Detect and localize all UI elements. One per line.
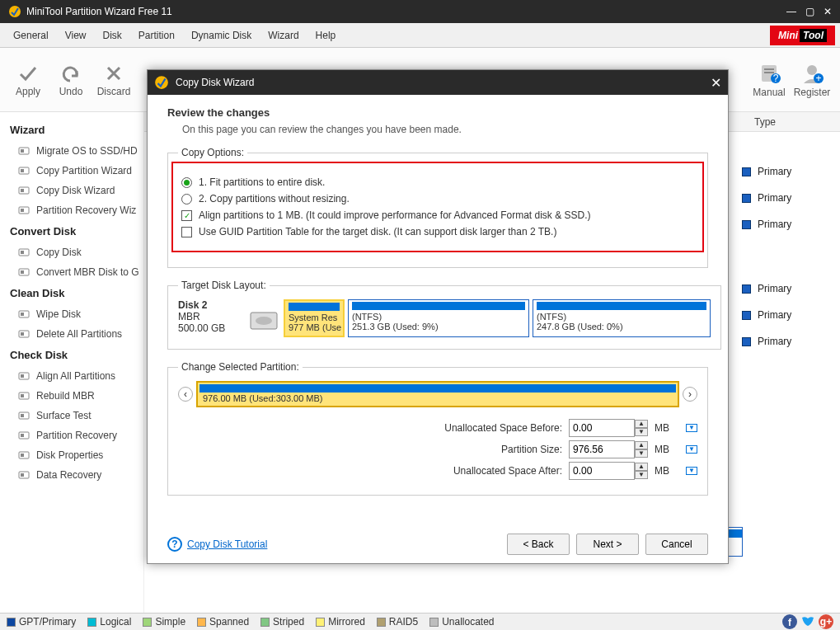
menu-disk[interactable]: Disk	[95, 25, 130, 46]
table-row[interactable]: Primary	[742, 158, 840, 185]
sidebar-item[interactable]: Partition Recovery	[3, 425, 140, 445]
after-input[interactable]	[569, 462, 635, 480]
sidebar-item[interactable]: Align All Partitions	[3, 366, 140, 386]
type-label: Primary	[758, 309, 807, 321]
legend-swatch-icon	[197, 618, 206, 627]
type-label: Primary	[758, 192, 807, 204]
spin-up-icon[interactable]: ▲	[635, 441, 648, 449]
sidebar-item[interactable]: Convert MBR Disk to G	[3, 262, 140, 282]
legend-item: Simple	[143, 616, 185, 628]
checkbox-icon	[181, 227, 192, 237]
back-button[interactable]: < Back	[507, 534, 570, 555]
close-icon[interactable]: ✕	[819, 2, 837, 21]
menu-wizard[interactable]: Wizard	[260, 25, 307, 46]
sidebar-item[interactable]: Copy Disk Wizard	[3, 181, 140, 200]
discard-button[interactable]: Discard	[92, 63, 135, 97]
apply-button[interactable]: Apply	[7, 63, 49, 97]
sidebar-item[interactable]: Data Recovery	[3, 465, 140, 485]
sidebar-item[interactable]: Disk Properties	[3, 445, 140, 465]
sidebar-item-label: Copy Partition Wizard	[36, 165, 132, 176]
register-label: Register	[794, 87, 831, 98]
dialog-title: Copy Disk Wizard	[176, 77, 254, 88]
title-bar: MiniTool Partition Wizard Free 11 — ▢ ✕	[0, 0, 840, 23]
layout-part-3[interactable]: (NTFS)247.8 GB (Used: 0%)	[533, 299, 711, 337]
table-row[interactable]: Primary	[742, 302, 840, 328]
legend-item: Logical	[87, 616, 131, 628]
sidebar-item-label: Copy Disk	[36, 247, 82, 258]
sidebar-item[interactable]: Copy Partition Wizard	[3, 161, 140, 181]
layout-part-1[interactable]: System Res977 MB (Use	[284, 299, 345, 337]
after-unit: MB	[655, 465, 679, 477]
twitter-icon[interactable]	[800, 614, 815, 629]
sidebar-item[interactable]: Wipe Disk	[3, 304, 140, 324]
sidebar-item-label: Copy Disk Wizard	[36, 185, 115, 196]
before-input[interactable]	[569, 419, 635, 437]
spin-down-icon[interactable]: ▼	[635, 449, 648, 458]
manual-icon: ?	[758, 62, 781, 85]
svg-rect-26	[21, 374, 24, 378]
googleplus-icon[interactable]: g+	[819, 614, 833, 629]
type-color-icon	[742, 194, 751, 203]
spin-down-icon[interactable]: ▼	[635, 471, 648, 479]
svg-rect-2	[764, 68, 774, 70]
menu-view[interactable]: View	[57, 25, 95, 46]
checkbox-align-1mb[interactable]: ✓ Align partitions to 1 MB. (It could im…	[181, 209, 694, 221]
option-no-resize[interactable]: 2. Copy partitions without resizing.	[181, 193, 694, 205]
checkbox-guid[interactable]: Use GUID Partition Table for the target …	[181, 226, 694, 237]
dialog-close-icon[interactable]: ✕	[711, 75, 721, 91]
minimize-icon[interactable]: —	[782, 2, 800, 21]
slider-left-icon[interactable]: ‹	[178, 387, 193, 402]
slider-right-icon[interactable]: ›	[683, 387, 697, 402]
menu-dynamic-disk[interactable]: Dynamic Disk	[183, 25, 260, 46]
table-row[interactable]: Primary	[742, 275, 840, 302]
register-button[interactable]: + Register	[791, 62, 833, 98]
svg-text:?: ?	[773, 73, 779, 84]
partition-slider[interactable]: 976.00 MB (Used:303.00 MB)	[196, 381, 679, 407]
legend-swatch-icon	[87, 618, 96, 627]
table-row[interactable]: Primary	[742, 211, 840, 237]
brand-part1: Mini	[778, 30, 798, 41]
tutorial-link[interactable]: Copy Disk Tutorial	[187, 538, 267, 550]
undo-icon	[60, 63, 82, 84]
type-color-icon	[742, 311, 751, 320]
sidebar-item[interactable]: Surface Test	[3, 406, 140, 425]
manual-button[interactable]: ? Manual	[748, 62, 791, 98]
sidebar-item[interactable]: Rebuild MBR	[3, 386, 140, 406]
sidebar-item-icon	[18, 469, 30, 481]
option-no-resize-label: 2. Copy partitions without resizing.	[199, 193, 350, 205]
layout-part-2[interactable]: (NTFS)251.3 GB (Used: 9%)	[348, 299, 529, 337]
sidebar-item-label: Migrate OS to SSD/HD	[36, 145, 138, 157]
menu-general[interactable]: General	[5, 25, 57, 46]
svg-rect-20	[21, 270, 24, 274]
unit-dropdown-icon[interactable]: ▼	[686, 424, 697, 432]
legend-label: Simple	[155, 616, 185, 628]
disk-name: Disk 2	[178, 299, 244, 311]
checkbox-align-label: Align partitions to 1 MB. (It could impr…	[199, 209, 591, 221]
type-color-icon	[742, 167, 751, 176]
next-button[interactable]: Next >	[576, 534, 639, 555]
sidebar-item[interactable]: Migrate OS to SSD/HD	[3, 141, 140, 161]
sidebar-item[interactable]: Copy Disk	[3, 242, 140, 262]
sidebar-item[interactable]: Delete All Partitions	[3, 324, 140, 344]
spin-down-icon[interactable]: ▼	[635, 428, 648, 436]
spin-up-icon[interactable]: ▲	[635, 420, 648, 428]
legend-item: RAID5	[377, 616, 418, 628]
spin-up-icon[interactable]: ▲	[635, 463, 648, 471]
sidebar-item[interactable]: Partition Recovery Wiz	[3, 200, 140, 220]
legend-swatch-icon	[143, 618, 152, 627]
option-fit-entire[interactable]: 1. Fit partitions to entire disk.	[181, 176, 694, 188]
facebook-icon[interactable]: f	[782, 614, 797, 629]
table-row[interactable]: Primary	[742, 185, 840, 211]
maximize-icon[interactable]: ▢	[800, 2, 819, 21]
menu-help[interactable]: Help	[307, 25, 345, 46]
menu-partition[interactable]: Partition	[130, 25, 183, 46]
size-input[interactable]	[569, 440, 635, 458]
unit-dropdown-icon[interactable]: ▼	[686, 445, 697, 454]
unit-dropdown-icon[interactable]: ▼	[686, 467, 697, 475]
discard-label: Discard	[97, 86, 131, 97]
table-row[interactable]: Primary	[742, 328, 840, 355]
manual-label: Manual	[753, 87, 785, 98]
legend-label: Mirrored	[328, 616, 365, 628]
cancel-button[interactable]: Cancel	[645, 534, 708, 555]
undo-button[interactable]: Undo	[49, 63, 92, 97]
